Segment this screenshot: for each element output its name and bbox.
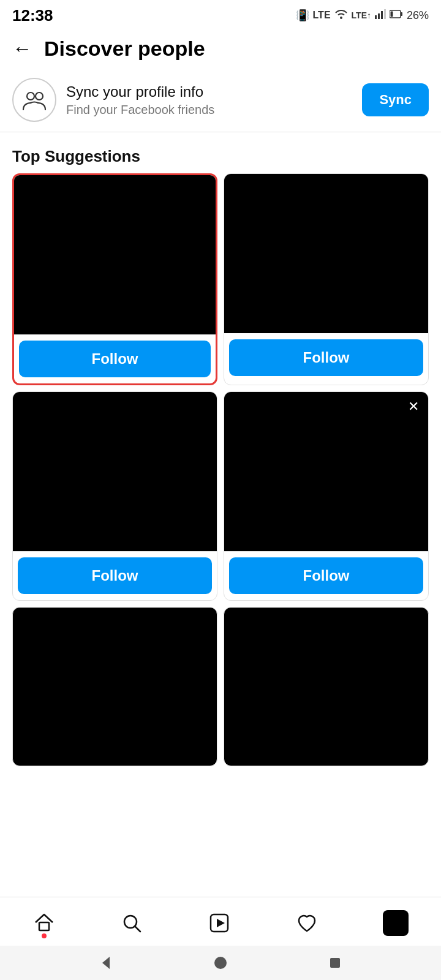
signal-icon	[375, 9, 386, 22]
partial-card-1	[12, 607, 217, 766]
svg-rect-7	[390, 11, 393, 17]
lte-icon: LTE↑	[352, 10, 371, 20]
suggestion-card-4: ✕ Follow	[224, 391, 429, 601]
suggestion-card-3: Follow	[12, 391, 217, 601]
sys-recents-icon	[326, 954, 344, 971]
svg-line-12	[135, 926, 140, 932]
sys-recents-button[interactable]	[325, 953, 345, 973]
svg-rect-10	[39, 922, 49, 930]
svg-marker-14	[217, 919, 225, 927]
card-image-2	[224, 174, 428, 333]
card-image-4	[224, 392, 428, 551]
status-bar: 12:38 📳 LTE LTE↑ 26%	[0, 0, 441, 29]
svg-point-9	[36, 92, 43, 100]
sys-back-button[interactable]	[96, 953, 116, 973]
reels-icon	[208, 911, 231, 935]
sync-button[interactable]: Sync	[362, 83, 429, 116]
sync-text: Sync your profile info Find your Faceboo…	[66, 83, 352, 117]
back-button[interactable]: ←	[12, 37, 32, 60]
svg-rect-1	[375, 15, 377, 19]
partial-card-2	[224, 607, 429, 766]
card-image-1	[14, 175, 216, 334]
sys-back-icon	[97, 954, 115, 971]
people-icon	[22, 88, 47, 112]
nav-heart[interactable]	[295, 911, 318, 935]
sync-title: Sync your profile info	[66, 83, 352, 100]
sync-section: Sync your profile info Find your Faceboo…	[0, 68, 441, 132]
nav-profile[interactable]	[383, 910, 409, 936]
top-suggestions-title: Top Suggestions	[0, 137, 441, 173]
battery-text: 26%	[407, 9, 429, 22]
dismiss-button-4[interactable]: ✕	[404, 397, 423, 417]
follow-button-1[interactable]: Follow	[19, 341, 211, 377]
svg-rect-17	[330, 958, 340, 968]
svg-rect-4	[384, 9, 386, 19]
profile-thumbnail	[383, 910, 409, 936]
svg-rect-6	[401, 12, 402, 16]
svg-point-8	[27, 92, 34, 100]
suggestion-card-1: Follow	[12, 173, 217, 385]
follow-button-4[interactable]: Follow	[229, 557, 423, 594]
nav-home[interactable]	[32, 911, 56, 935]
svg-rect-2	[378, 13, 380, 19]
svg-marker-15	[102, 957, 110, 969]
lte-call-icon: LTE	[313, 10, 331, 21]
home-icon	[32, 911, 56, 935]
bottom-nav	[0, 897, 441, 946]
follow-button-2[interactable]: Follow	[229, 339, 423, 376]
battery-icon	[390, 9, 403, 22]
suggestion-card-2: Follow	[224, 173, 429, 385]
wifi-icon	[334, 9, 348, 22]
svg-rect-3	[381, 11, 383, 19]
system-nav	[0, 946, 441, 980]
header: ← Discover people	[0, 29, 441, 68]
heart-icon	[295, 911, 318, 935]
nav-search[interactable]	[120, 911, 143, 935]
search-icon	[120, 911, 143, 935]
svg-point-0	[340, 17, 342, 19]
nav-reels[interactable]	[208, 911, 231, 935]
sys-home-icon	[212, 954, 229, 971]
home-active-dot	[42, 933, 47, 938]
follow-button-3[interactable]: Follow	[18, 557, 212, 594]
sync-icon-wrap	[12, 78, 56, 122]
status-icons: 📳 LTE LTE↑ 26%	[296, 9, 429, 22]
page-title: Discover people	[44, 37, 205, 61]
vibrate-icon: 📳	[296, 9, 309, 22]
status-time: 12:38	[12, 6, 53, 25]
sync-subtitle: Find your Facebook friends	[66, 103, 352, 117]
svg-point-16	[214, 957, 227, 969]
bottom-row	[0, 607, 441, 772]
card-image-3	[13, 392, 217, 551]
sys-home-button[interactable]	[211, 953, 230, 973]
suggestions-grid: Follow Follow Follow ✕ Follow	[0, 173, 441, 601]
